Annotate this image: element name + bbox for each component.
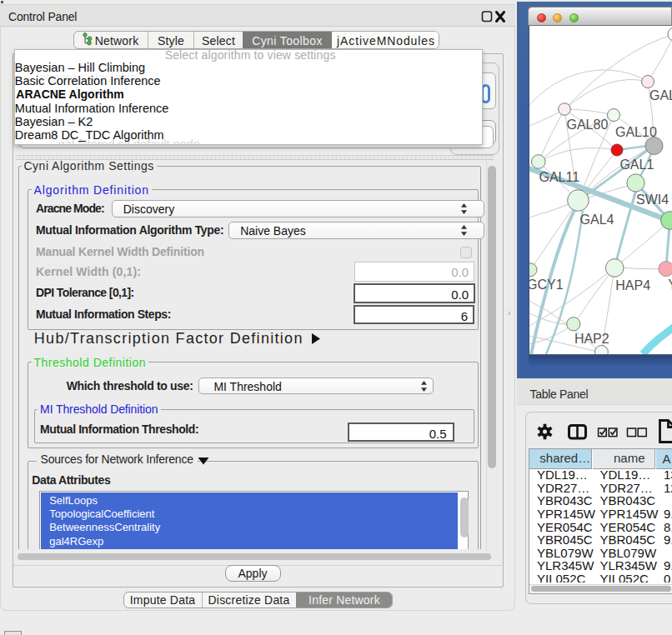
svg-text:GAL4: GAL4 — [580, 212, 614, 227]
svg-text:GAL7: GAL7 — [649, 88, 672, 102]
svg-text:GAL10: GAL10 — [615, 125, 657, 139]
svg-text:GAL11: GAL11 — [539, 170, 580, 184]
svg-text:Y: Y — [668, 278, 672, 292]
svg-text:GAL80: GAL80 — [567, 118, 609, 132]
svg-text:GCY1: GCY1 — [529, 278, 564, 292]
svg-text:GAL1: GAL1 — [619, 158, 654, 172]
svg-text:SWI4: SWI4 — [636, 192, 669, 207]
svg-text:HAP4: HAP4 — [615, 278, 650, 292]
svg-text:HAP2: HAP2 — [574, 332, 609, 346]
